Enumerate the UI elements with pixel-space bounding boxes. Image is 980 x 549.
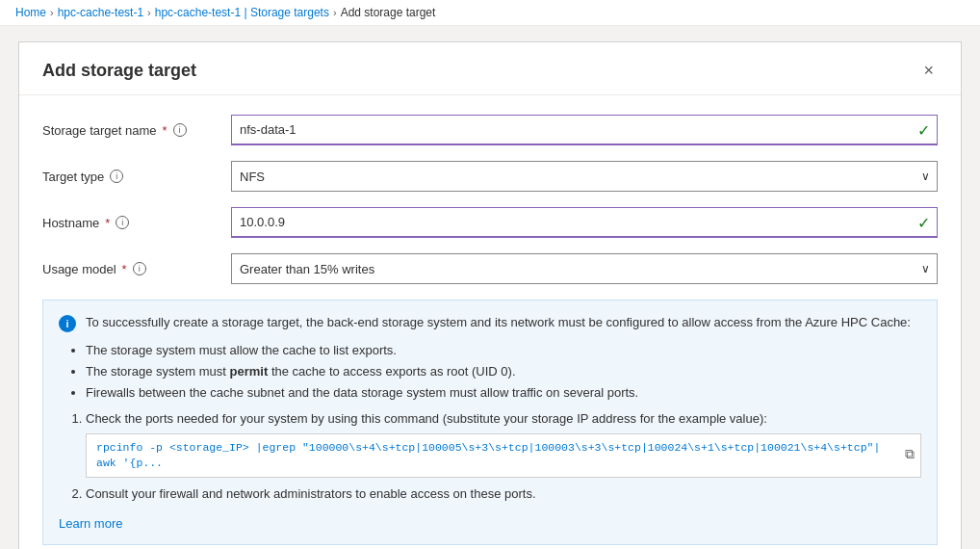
storage-target-name-check-icon: ✓ [917, 121, 930, 140]
storage-target-name-info-icon[interactable]: i [173, 123, 187, 137]
modal-overlay: Add storage target × Storage target name… [0, 26, 980, 549]
close-button[interactable]: × [919, 58, 938, 83]
usage-model-select[interactable]: Greater than 15% writes [231, 253, 938, 284]
target-type-wrapper: NFS ∨ [231, 161, 938, 192]
hostname-row: Hostname * i ✓ [42, 207, 938, 238]
usage-model-required-marker: * [122, 262, 127, 276]
info-bullet-1: The storage system must allow the cache … [86, 342, 921, 359]
target-type-info-icon[interactable]: i [110, 170, 123, 183]
info-step-1: Check the ports needed for your system b… [86, 410, 921, 478]
storage-target-name-row: Storage target name * i ✓ [42, 115, 938, 145]
breadcrumb-current: Add storage target [341, 6, 436, 19]
modal-body: Storage target name * i ✓ Target type i [19, 95, 961, 549]
info-bullet-2: The storage system must permit the cache… [86, 363, 921, 380]
storage-target-name-label: Storage target name * i [42, 123, 216, 138]
usage-model-label: Usage model * i [42, 262, 216, 276]
copy-icon[interactable]: ⧉ [905, 446, 915, 465]
target-type-row: Target type i NFS ∨ [42, 161, 938, 192]
add-storage-target-modal: Add storage target × Storage target name… [18, 41, 962, 549]
hostname-wrapper: ✓ [231, 207, 938, 238]
learn-more-link[interactable]: Learn more [59, 516, 122, 531]
breadcrumb-home[interactable]: Home [15, 6, 46, 19]
breadcrumb-sep-3: › [333, 7, 337, 18]
target-type-select[interactable]: NFS [231, 161, 938, 192]
info-box-steps: Check the ports needed for your system b… [86, 410, 921, 504]
info-box-header: i To successfully create a storage targe… [59, 314, 921, 332]
hostname-label: Hostname * i [42, 216, 216, 230]
breadcrumb-cache[interactable]: hpc-cache-test-1 [58, 6, 143, 19]
hostname-input[interactable] [231, 207, 938, 238]
info-box-bullets: The storage system must allow the cache … [86, 342, 921, 403]
storage-target-name-input[interactable] [231, 115, 938, 145]
usage-model-info-icon[interactable]: i [133, 262, 146, 275]
target-type-label: Target type i [42, 170, 216, 184]
info-step-2: Consult your firewall and network admini… [86, 485, 921, 503]
hostname-required-marker: * [105, 216, 110, 230]
modal-header: Add storage target × [19, 42, 961, 95]
info-box-icon: i [59, 315, 76, 332]
hostname-check-icon: ✓ [917, 214, 930, 232]
code-block: rpcinfo -p <storage_IP> |egrep "100000\s… [86, 433, 921, 478]
usage-model-wrapper: Greater than 15% writes ∨ [231, 253, 938, 284]
breadcrumb-storage-targets[interactable]: hpc-cache-test-1 | Storage targets [155, 6, 329, 19]
usage-model-row: Usage model * i Greater than 15% writes … [42, 253, 938, 284]
breadcrumb: Home › hpc-cache-test-1 › hpc-cache-test… [0, 0, 980, 26]
required-marker: * [163, 123, 168, 138]
storage-target-name-wrapper: ✓ [231, 115, 938, 145]
breadcrumb-sep-2: › [147, 7, 151, 18]
modal-title: Add storage target [42, 61, 196, 81]
info-box-heading: To successfully create a storage target,… [86, 314, 921, 331]
info-box: i To successfully create a storage targe… [42, 300, 938, 545]
breadcrumb-sep-1: › [50, 7, 54, 18]
info-bullet-3: Firewalls between the cache subnet and t… [86, 384, 921, 402]
hostname-info-icon[interactable]: i [116, 216, 129, 229]
